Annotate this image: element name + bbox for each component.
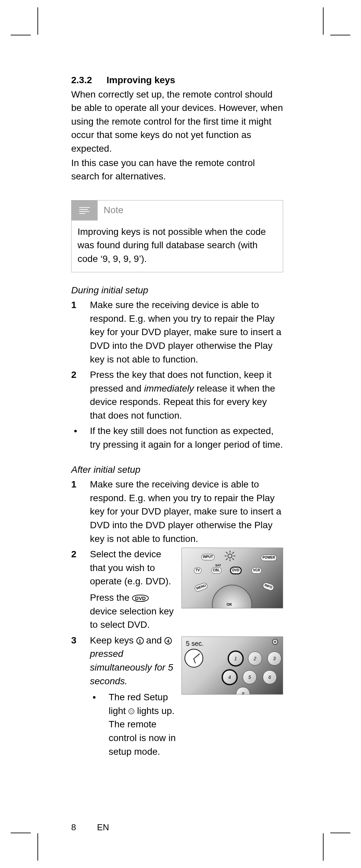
remote-key-8: 8 <box>236 687 250 694</box>
clock-icon <box>184 649 203 668</box>
subheading-initial: During initial setup <box>71 284 283 297</box>
step-text: Make sure the receiving device is able t… <box>90 478 283 546</box>
remote-dvd-key: DVD <box>231 567 241 574</box>
remote-cbl-key: CBL <box>211 567 221 574</box>
subheading-after: After initial setup <box>71 463 283 477</box>
step-text: Make sure the receiving device is able t… <box>90 298 283 366</box>
step-number: 2 <box>71 368 90 422</box>
text: Keep keys <box>90 635 137 646</box>
list-item: 2 Press the key that does not function, … <box>71 368 283 422</box>
crop-mark <box>323 7 324 35</box>
page-number: 8 <box>71 822 95 833</box>
crop-mark <box>330 833 350 833</box>
remote-key-5: 5 <box>243 670 257 684</box>
remote-menu-key: MENU <box>194 582 208 592</box>
text: device selection key to select DVD. <box>90 606 174 630</box>
remote-key-4: 4 <box>222 670 237 684</box>
brightness-icon <box>224 551 235 561</box>
bullet-marker: • <box>71 424 90 452</box>
list-item: 3 5 sec. 1 2 3 4 5 6 <box>71 634 283 761</box>
section-number: 2.3.2 <box>71 73 104 87</box>
list-item: 1 Make sure the receiving device is able… <box>71 298 283 366</box>
step-number: 1 <box>71 478 90 546</box>
svg-line-10 <box>232 558 234 560</box>
step-body: 5 sec. 1 2 3 4 5 6 8 <box>90 634 283 761</box>
remote-illustration-keypad: 5 sec. 1 2 3 4 5 6 8 <box>181 637 283 694</box>
remote-power-key: POWER <box>261 555 277 561</box>
dvd-key-icon: DVD <box>132 595 149 602</box>
step3-bullet-list: • The red Setup light lights up. The rem… <box>90 690 283 758</box>
note-icon <box>71 200 98 220</box>
remote-input-key: INPUT <box>201 554 215 560</box>
remote-key-6: 6 <box>263 670 277 684</box>
note-body: Improving keys is not possible when the … <box>71 220 283 272</box>
bullet-marker: • <box>90 690 109 758</box>
key-4-icon: 4 <box>164 637 172 645</box>
svg-line-11 <box>232 552 234 554</box>
bullet-text: If the key still does not function as ex… <box>90 424 283 452</box>
list-item: • If the key still does not function as … <box>71 424 283 452</box>
remote-dpad: OK <box>212 585 252 609</box>
remote-setup-light <box>272 639 278 645</box>
step-number: 2 <box>71 548 90 632</box>
text-emphasis: pressed simultaneously for 5 seconds. <box>90 649 173 686</box>
step-number: 3 <box>71 634 90 761</box>
intro-paragraph-1: When correctly set up, the remote contro… <box>71 88 283 156</box>
note-box: Note Improving keys is not possible when… <box>71 200 283 272</box>
key-1-icon: 1 <box>137 637 144 645</box>
remote-illustration-device-keys: INPUT POWER SAT TV CBL DVD VCR MENU INFO… <box>181 548 283 609</box>
remote-info-key: INFO <box>262 582 275 591</box>
list-item: 1 Make sure the receiving device is able… <box>71 478 283 546</box>
remote-key-1: 1 <box>229 651 243 665</box>
list-item: 2 INPUT POWER SAT TV CBL DVD VCR MENU IN… <box>71 548 283 632</box>
svg-point-4 <box>228 554 232 558</box>
remote-key-2: 2 <box>248 651 262 665</box>
step-body: INPUT POWER SAT TV CBL DVD VCR MENU INFO… <box>90 548 283 632</box>
remote-tv-key: TV <box>194 567 202 574</box>
setup-light-icon <box>128 708 134 714</box>
five-seconds-label: 5 sec. <box>186 639 204 649</box>
crop-mark <box>37 833 38 861</box>
crop-mark <box>330 35 350 35</box>
remote-vcr-key: VCR <box>251 567 262 574</box>
crop-mark <box>37 7 38 35</box>
after-steps-list: 1 Make sure the receiving device is able… <box>71 478 283 761</box>
page-language: EN <box>97 822 109 832</box>
note-header: Note <box>71 200 283 220</box>
crop-mark <box>11 35 31 35</box>
note-label: Note <box>98 204 123 217</box>
crop-mark <box>11 833 31 833</box>
step-text: Press the key that does not function, ke… <box>90 368 283 422</box>
list-item: • The red Setup light lights up. The rem… <box>90 690 178 758</box>
initial-steps-list: 1 Make sure the receiving device is able… <box>71 298 283 422</box>
remote-key-3: 3 <box>267 651 281 665</box>
initial-bullet-list: • If the key still does not function as … <box>71 424 283 452</box>
svg-line-12 <box>226 558 228 560</box>
text-emphasis: immediately <box>144 383 194 394</box>
text: and <box>144 635 164 646</box>
crop-mark <box>323 833 324 861</box>
section-heading: 2.3.2 Improving keys <box>71 73 283 87</box>
bullet-text: The red Setup light lights up. The remot… <box>109 690 178 758</box>
intro-paragraph-2: In this case you can have the remote con… <box>71 156 283 183</box>
page-footer: 8 EN <box>71 822 109 833</box>
svg-line-9 <box>226 552 228 554</box>
text: Press the <box>90 592 132 603</box>
section-title: Improving keys <box>107 75 175 85</box>
remote-ok-key: OK <box>227 602 232 608</box>
page-content: 2.3.2 Improving keys When correctly set … <box>71 73 283 763</box>
step-number: 1 <box>71 298 90 366</box>
